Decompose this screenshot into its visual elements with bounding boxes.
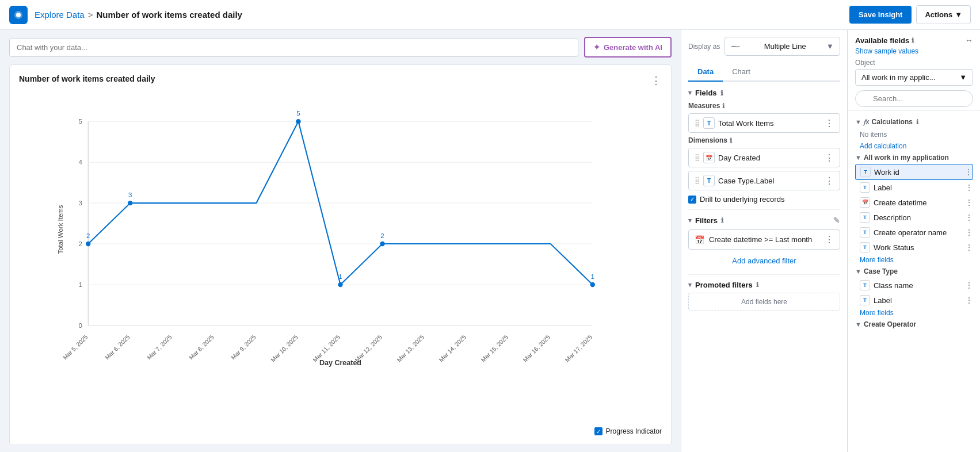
svg-text:Day Created: Day Created [319,359,361,367]
filters-edit-icon[interactable]: ✎ [833,216,840,225]
create-operator-group-header[interactable]: ▼ Create Operator [855,318,973,331]
create-op-name-more-icon[interactable]: ⋮ [965,228,973,237]
measure-field-row: ⣿ T Total Work Items ⋮ [688,113,840,133]
available-fields-title: Available fields ℹ [855,36,914,45]
display-as-label: Display as [688,43,720,51]
save-insight-button[interactable]: Save Insight [849,6,912,24]
dim-drag-icon-0[interactable]: ⣿ [695,154,700,162]
add-calculation-link[interactable]: Add calculation [855,141,973,151]
promoted-filters-header: ▾ Promoted filters ℹ [688,281,840,289]
chart-type-icon: ⁓ [731,41,740,52]
dim-field-name-1: Case Type.Label [718,177,821,185]
svg-text:2: 2 [380,232,384,239]
filters-section-label: Filters [695,216,718,225]
svg-text:Mar 17, 2025: Mar 17, 2025 [564,334,593,363]
all-work-group-header[interactable]: ▼ All work in my application [855,151,973,164]
collapse-filters-icon[interactable]: ▾ [688,217,692,224]
calculations-group-header[interactable]: ▼ 𝑓x Calculations ℹ [855,116,973,128]
generate-ai-label: Generate with AI [604,43,662,52]
svg-text:5: 5 [296,110,300,117]
drill-checkbox[interactable]: ✓ [688,196,696,204]
filter-row-0: 📅 Create datetime >= Last month ⋮ [688,229,840,250]
measure-more-icon[interactable]: ⋮ [825,118,834,129]
work-status-more-icon[interactable]: ⋮ [965,243,973,252]
svg-text:0: 0 [78,322,82,329]
collapse-fields-icon[interactable]: ▾ [688,89,692,97]
breadcrumb-separator: > [88,10,93,20]
tab-data[interactable]: Data [688,63,723,82]
filter-more-icon[interactable]: ⋮ [825,234,834,245]
collapse-promoted-icon[interactable]: ▾ [688,281,692,289]
chart-title: Number of work items created daily [19,74,155,83]
breadcrumb-link[interactable]: Explore Data [35,10,85,20]
create-datetime-more-icon[interactable]: ⋮ [965,198,973,207]
dimensions-label: Dimensions ℹ [688,136,840,144]
dim-drag-icon-1[interactable]: ⣿ [695,177,700,185]
search-wrapper: 🔍 [855,90,973,107]
legend-checkbox: ✓ [594,427,603,435]
svg-text:4: 4 [78,159,82,166]
dim-more-icon-1[interactable]: ⋮ [825,175,834,186]
fields-panel: Display as ⁓ Multiple Line ▼ Data Chart … [681,30,848,452]
avail-field-label-1: T Label ⋮ [855,180,973,195]
fields-section-header: ▾ Fields ℹ [688,89,840,97]
chart-legend: ✓ Progress Indicator [19,427,662,435]
case-type-group-header[interactable]: ▼ Case Type [855,265,973,278]
label-2-more-icon[interactable]: ⋮ [965,296,973,305]
show-sample-values-link[interactable]: Show sample values [855,47,973,55]
more-fields-2-link[interactable]: More fields [855,308,973,318]
avail-info-icon: ℹ [912,37,914,44]
label-1-more-icon[interactable]: ⋮ [965,183,973,192]
actions-button[interactable]: Actions ▼ [916,5,971,24]
svg-text:3: 3 [128,191,132,198]
description-more-icon[interactable]: ⋮ [965,213,973,222]
svg-text:5: 5 [78,118,82,125]
legend-label: Progress Indicator [606,427,662,435]
object-label: Object [855,59,973,67]
svg-point-22 [338,282,342,287]
promoted-placeholder: Add fields here [688,293,840,311]
dim-more-icon-0[interactable]: ⋮ [825,152,834,163]
tab-chart[interactable]: Chart [723,63,760,82]
create-datetime-type-icon: 📅 [860,197,870,208]
filter-text-0: Create datetime >= Last month [709,235,820,244]
work-id-field-name: Work id [874,168,961,177]
svg-text:Mar 15, 2025: Mar 15, 2025 [480,334,509,363]
svg-text:1: 1 [591,273,594,280]
measures-info-icon: ℹ [722,102,724,110]
svg-text:Mar 5, 2025: Mar 5, 2025 [62,334,89,361]
filters-header: ▾ Filters ℹ ✎ [688,216,840,225]
drill-label: Drill to underlying records [700,195,784,204]
avail-field-work-id: T Work id ⋮ Actions - Work id [855,164,973,180]
more-fields-1-link[interactable]: More fields [855,255,973,265]
svg-point-20 [296,119,300,124]
chart-options-button[interactable]: ⋮ [651,74,662,87]
chat-input[interactable] [9,38,578,57]
expand-panel-icon[interactable]: ↔ [965,36,973,45]
class-name-more-icon[interactable]: ⋮ [965,281,973,290]
display-as-arrow-icon: ▼ [826,42,834,51]
avail-field-description: T Description ⋮ [855,210,973,225]
app-logo [9,6,28,24]
dimensions-info-icon: ℹ [730,137,732,144]
add-advanced-filter-link[interactable]: Add advanced filter [688,253,840,269]
measure-type-icon: T [703,117,715,129]
display-as-select[interactable]: ⁓ Multiple Line ▼ [724,37,840,56]
create-operator-arrow-icon: ▼ [855,321,861,328]
search-input[interactable] [855,90,973,107]
svg-text:Mar 8, 2025: Mar 8, 2025 [188,334,215,361]
svg-text:2: 2 [86,232,90,239]
svg-text:Mar 16, 2025: Mar 16, 2025 [522,334,551,363]
generate-ai-button[interactable]: ✦ Generate with AI [584,37,672,58]
object-select[interactable]: All work in my applic... ▼ [855,69,973,86]
all-work-arrow-icon: ▼ [855,154,861,161]
filters-info-icon: ℹ [721,217,723,224]
chart-visualization: Total Work Items 0 1 2 [19,91,662,425]
svg-text:1: 1 [338,273,342,280]
create-op-name-type-icon: T [860,227,870,238]
work-id-more-icon[interactable]: ⋮ [964,167,973,177]
dim-field-row-1: ⣿ T Case Type.Label ⋮ [688,171,840,190]
svg-text:Mar 9, 2025: Mar 9, 2025 [230,334,257,361]
measure-field-name: Total Work Items [718,119,821,128]
measure-drag-icon[interactable]: ⣿ [695,119,700,127]
